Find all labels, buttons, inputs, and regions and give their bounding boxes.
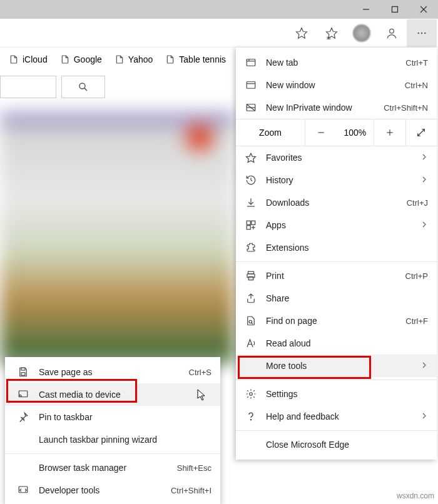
menu-new-window[interactable]: New window Ctrl+N	[236, 74, 437, 96]
favorites-list-icon[interactable]	[317, 19, 347, 47]
menu-help[interactable]: Help and feedback	[236, 405, 437, 428]
svg-point-38	[250, 393, 253, 396]
help-icon	[245, 411, 257, 422]
browser-toolbar	[0, 19, 438, 48]
menu-label: Share	[266, 293, 428, 303]
submenu-save-page-as[interactable]: Save page as Ctrl+S	[5, 361, 220, 383]
svg-line-37	[252, 323, 253, 324]
apps-icon	[245, 219, 257, 231]
menu-shortcut: Ctrl+S	[189, 368, 211, 377]
chevron-right-icon	[420, 153, 428, 163]
submenu-task-manager[interactable]: Browser task manager Shift+Esc	[5, 456, 220, 479]
menu-new-inprivate[interactable]: New InPrivate window Ctrl+Shift+N	[236, 96, 437, 119]
menu-label: Save page as	[39, 367, 180, 377]
svg-point-12	[79, 83, 85, 89]
close-button[interactable]	[409, 0, 438, 19]
svg-rect-28	[247, 221, 250, 224]
menu-apps[interactable]: Apps	[236, 214, 437, 236]
zoom-out-button[interactable]	[305, 119, 336, 146]
bookmark-icloud[interactable]: iCloud	[5, 52, 51, 67]
menu-label: More tools	[266, 361, 412, 371]
svg-marker-25	[247, 153, 256, 162]
menu-label: Developer tools	[39, 485, 162, 495]
minimize-button[interactable]	[352, 0, 380, 19]
menu-separator	[5, 453, 220, 454]
svg-rect-17	[247, 82, 255, 89]
menu-favorites[interactable]: Favorites	[236, 146, 437, 169]
history-icon	[245, 174, 257, 186]
menu-history[interactable]: History	[236, 169, 437, 191]
fullscreen-button[interactable]	[405, 119, 437, 146]
find-icon	[245, 315, 257, 326]
svg-rect-14	[247, 59, 255, 66]
menu-label: Apps	[266, 220, 412, 230]
svg-marker-5	[327, 28, 337, 38]
new-tab-icon	[245, 57, 257, 68]
watermark: wsxdn.com	[397, 491, 434, 500]
svg-point-11	[424, 32, 425, 33]
menu-settings[interactable]: Settings	[236, 383, 437, 405]
menu-label: Downloads	[266, 198, 398, 208]
chevron-right-icon	[420, 361, 428, 371]
menu-label: Close Microsoft Edge	[266, 440, 428, 450]
menu-label: Print	[266, 271, 397, 281]
bookmark-yahoo[interactable]: Yahoo	[111, 52, 156, 67]
menu-downloads[interactable]: Downloads Ctrl+J	[236, 191, 437, 214]
cast-icon	[16, 389, 30, 400]
menu-label: Pin to taskbar	[39, 412, 211, 422]
submenu-launch-pinning-wizard[interactable]: Launch taskbar pinning wizard	[5, 428, 220, 451]
menu-print[interactable]: Print Ctrl+P	[236, 265, 437, 287]
page-content-blurred	[0, 113, 235, 363]
svg-line-13	[84, 88, 87, 91]
profile-avatar[interactable]	[347, 19, 377, 47]
download-icon	[245, 197, 257, 208]
zoom-label: Zoom	[236, 128, 305, 138]
profile-icon[interactable]	[377, 19, 407, 47]
maximize-button[interactable]	[380, 0, 409, 19]
menu-shortcut: Ctrl+N	[405, 81, 428, 90]
new-window-icon	[245, 79, 257, 91]
search-input[interactable]	[0, 76, 56, 98]
search-button[interactable]	[61, 76, 105, 98]
bookmark-google[interactable]: Google	[56, 52, 106, 67]
menu-close-edge[interactable]: Close Microsoft Edge	[236, 433, 437, 456]
svg-point-8	[390, 29, 394, 33]
menu-more-tools[interactable]: More tools	[236, 355, 437, 377]
inprivate-icon	[245, 102, 257, 113]
menu-extensions[interactable]: Extensions	[236, 236, 437, 259]
menu-share[interactable]: Share	[236, 287, 437, 310]
menu-label: New tab	[266, 58, 397, 68]
print-icon	[245, 270, 257, 281]
star-icon	[245, 152, 257, 163]
menu-separator	[236, 261, 437, 262]
chevron-right-icon	[420, 220, 428, 230]
zoom-in-button[interactable]	[374, 119, 405, 146]
submenu-pin-taskbar[interactable]: Pin to taskbar	[5, 406, 220, 428]
submenu-cast-media[interactable]: Cast media to device	[5, 383, 220, 406]
submenu-developer-tools[interactable]: Developer tools Ctrl+Shift+I	[5, 479, 220, 501]
menu-read-aloud[interactable]: Read aloud	[236, 332, 437, 355]
menu-find-on-page[interactable]: Find on page Ctrl+F	[236, 310, 437, 332]
menu-new-tab[interactable]: New tab Ctrl+T	[236, 51, 437, 74]
pin-icon	[16, 411, 30, 423]
read-aloud-icon	[245, 338, 257, 349]
menu-label: Cast media to device	[39, 390, 211, 400]
menu-shortcut: Ctrl+T	[405, 58, 428, 68]
menu-zoom-row: Zoom 100%	[236, 119, 437, 146]
svg-point-9	[418, 32, 419, 33]
favorite-star-icon[interactable]	[287, 19, 317, 47]
menu-shortcut: Shift+Esc	[177, 463, 211, 473]
bookmark-label: Google	[74, 54, 102, 64]
svg-rect-30	[247, 226, 250, 229]
more-menu-button[interactable]	[407, 19, 437, 47]
bookmark-table-tennis[interactable]: Table tennis	[161, 52, 230, 67]
menu-label: Find on page	[266, 316, 397, 326]
zoom-value: 100%	[336, 128, 374, 138]
menu-label: Help and feedback	[266, 411, 412, 421]
menu-shortcut: Ctrl+J	[407, 198, 428, 208]
menu-label: Read aloud	[266, 338, 428, 348]
menu-label: New window	[266, 80, 396, 90]
menu-label: Settings	[266, 389, 428, 399]
svg-rect-40	[21, 368, 25, 370]
bookmark-label: Yahoo	[128, 54, 153, 64]
